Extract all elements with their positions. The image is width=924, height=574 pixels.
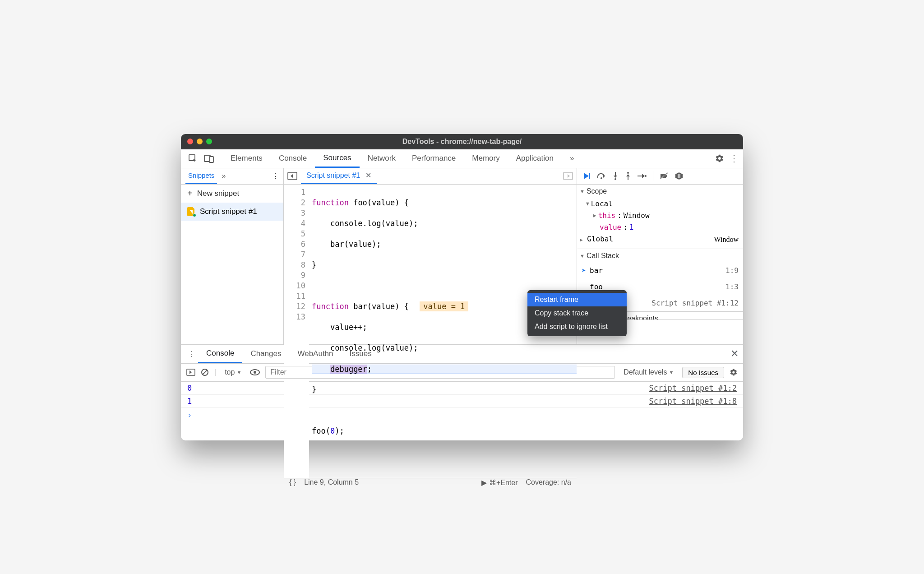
scope-header[interactable]: ▼ Scope [577,185,743,198]
svg-point-7 [614,178,616,180]
main-area: Snippets » ⋮ + New snippet Script snippe… [181,168,743,344]
toggle-debugger-icon[interactable] [563,172,573,180]
no-issues-button[interactable]: No Issues [682,367,724,378]
cursor-position: Line 9, Column 5 [304,478,359,486]
editor-header: Script snippet #1 ✕ [284,168,577,185]
live-expression-icon[interactable] [250,369,260,375]
callstack-header[interactable]: ▼ Call Stack [577,249,743,263]
console-context-select[interactable]: top ▼ [222,367,245,378]
drawer-kebab-icon[interactable]: ⋮ [185,350,198,358]
console-source-link[interactable]: Script snippet #1:8 [649,397,737,406]
more-tabs-icon[interactable]: » [562,149,582,168]
editor-tab[interactable]: Script snippet #1 ✕ [301,168,377,184]
toggle-navigator-icon[interactable] [287,172,297,180]
new-snippet-label: New snippet [197,189,240,198]
console-source-link[interactable]: Script snippet #1:2 [649,384,737,393]
device-toggle-icon[interactable] [202,151,216,166]
local-scope[interactable]: ▼Local [586,198,739,210]
minimize-window-button[interactable] [197,139,203,144]
tab-console[interactable]: Console [271,149,315,168]
tab-application[interactable]: Application [508,149,562,168]
svg-rect-5 [589,173,590,179]
line-gutter: 12345678910111213 [284,185,309,478]
editor-tab-label: Script snippet #1 [306,171,360,180]
close-tab-icon[interactable]: ✕ [365,171,371,180]
devtools-window: DevTools - chrome://new-tab-page/ Elemen… [181,134,743,440]
svg-rect-12 [678,174,679,178]
global-scope[interactable]: ▶ GlobalWindow [580,233,739,246]
ctx-add-ignore-list[interactable]: Add script to ignore list [527,320,627,333]
step-icon[interactable] [638,173,647,179]
settings-icon[interactable] [715,154,724,163]
stack-frame-bar[interactable]: ➤bar1:9 [577,263,743,279]
debugger-toolbar [577,168,743,185]
svg-line-16 [203,370,207,375]
svg-rect-2 [209,157,213,162]
titlebar: DevTools - chrome://new-tab-page/ [181,134,743,149]
scope-value: value: 1 [586,222,739,233]
drawer-tab-changes[interactable]: Changes [242,344,289,363]
tab-memory[interactable]: Memory [464,149,508,168]
coverage-label: Coverage: n/a [526,478,571,486]
tab-elements[interactable]: Elements [222,149,271,168]
snippet-item[interactable]: Script snippet #1 [181,203,283,221]
pause-exceptions-icon[interactable] [675,172,683,180]
snippet-file-icon [187,207,195,216]
step-into-icon[interactable] [612,172,619,180]
run-snippet-button[interactable]: ▶ ⌘+Enter [481,478,517,487]
tab-network[interactable]: Network [360,149,404,168]
window-title: DevTools - chrome://new-tab-page/ [402,138,522,146]
kebab-menu-icon[interactable]: ⋮ [730,153,739,164]
console-settings-icon[interactable] [730,368,738,376]
snippet-item-label: Script snippet #1 [200,207,257,216]
svg-point-6 [601,177,602,179]
format-icon[interactable]: { } [289,478,296,486]
sidebar-more-tabs-icon[interactable]: » [222,172,226,180]
step-over-icon[interactable] [597,172,606,180]
tab-sources[interactable]: Sources [315,149,359,168]
ctx-restart-frame[interactable]: Restart frame [527,293,627,306]
clear-console-icon[interactable] [201,368,209,376]
inline-value-hint: value = 1 [420,301,468,311]
log-levels-select[interactable]: Default levels ▼ [620,367,677,378]
step-out-icon[interactable] [625,172,631,180]
tab-performance[interactable]: Performance [404,149,464,168]
resume-icon[interactable] [582,172,591,180]
ctx-copy-stack-trace[interactable]: Copy stack trace [527,306,627,320]
close-window-button[interactable] [187,139,193,144]
editor-footer: { } Line 9, Column 5 ▶ ⌘+Enter Coverage:… [284,478,577,487]
drawer-tab-console[interactable]: Console [198,344,242,363]
svg-rect-13 [679,174,680,178]
plus-icon: + [187,188,193,199]
svg-point-8 [627,172,629,174]
new-snippet-button[interactable]: + New snippet [181,185,283,203]
drawer-close-icon[interactable]: ✕ [730,348,739,360]
sidebar-header: Snippets » ⋮ [181,168,283,185]
context-menu: Restart frame Copy stack trace Add scrip… [527,290,627,336]
main-toolbar: Elements Console Sources Network Perform… [181,149,743,168]
zoom-window-button[interactable] [206,139,212,144]
modified-indicator-icon [193,213,196,217]
console-sidebar-toggle-icon[interactable] [186,369,195,376]
sidebar-kebab-icon[interactable]: ⋮ [272,172,279,181]
svg-point-18 [254,371,256,374]
navigator-sidebar: Snippets » ⋮ + New snippet Script snippe… [181,168,284,344]
panel-tabs: Elements Console Sources Network Perform… [222,149,713,168]
scope-section: ▼ Scope ▼Local ▶this: Window value: 1 ▶ … [577,185,743,249]
sidebar-tab-snippets[interactable]: Snippets [185,168,217,184]
inspect-icon[interactable] [185,151,200,166]
deactivate-breakpoints-icon[interactable] [660,172,669,180]
traffic-lights [187,139,212,144]
scope-this[interactable]: ▶this: Window [586,210,739,222]
svg-point-9 [645,175,647,177]
